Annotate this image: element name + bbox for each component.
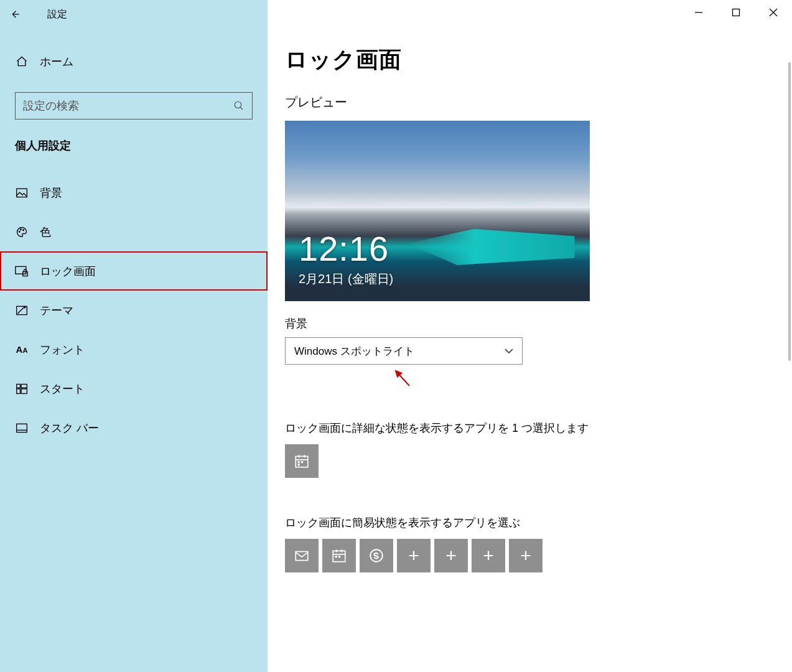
titlebar-left: 設定	[0, 0, 268, 29]
sidebar-item-label: ロック画面	[40, 264, 96, 279]
sidebar-item-label: フォント	[40, 342, 85, 357]
sidebar-item-background[interactable]: 背景	[0, 173, 268, 212]
content-area: ロック画面 プレビュー 12:16 2月21日 (金曜日) 背景 Windows…	[268, 29, 792, 672]
quick-app-tile-add[interactable]: +	[472, 539, 505, 572]
sidebar-item-start[interactable]: スタート	[0, 369, 268, 408]
sidebar-home[interactable]: ホーム	[0, 46, 268, 77]
plus-icon: +	[520, 545, 531, 566]
svg-rect-26	[298, 461, 300, 463]
home-icon	[15, 55, 29, 68]
background-dropdown-value: Windows スポットライト	[294, 344, 414, 358]
back-button[interactable]	[0, 0, 30, 29]
plus-icon: +	[408, 545, 419, 566]
image-icon	[15, 187, 29, 199]
svg-point-9	[21, 229, 22, 230]
annotation-arrow	[285, 371, 523, 390]
svg-rect-15	[17, 384, 21, 388]
preview-heading: プレビュー	[285, 94, 775, 111]
quick-status-apps: + + + +	[285, 539, 775, 572]
search-icon	[233, 100, 245, 111]
svg-point-8	[19, 231, 20, 232]
page-title: ロック画面	[285, 45, 775, 75]
font-icon: AA	[15, 344, 29, 355]
close-icon	[769, 8, 778, 17]
svg-rect-19	[17, 424, 27, 432]
lockscreen-icon	[15, 265, 29, 278]
quick-app-tile-mail[interactable]	[285, 539, 319, 572]
svg-rect-2	[733, 9, 740, 16]
plus-icon: +	[445, 545, 457, 566]
calendar-icon	[331, 548, 347, 564]
detailed-status-apps	[285, 444, 775, 478]
svg-rect-34	[335, 556, 337, 558]
arrow-left-icon	[9, 9, 21, 20]
preview-time: 12:16	[299, 228, 389, 269]
sidebar-item-label: 色	[40, 225, 51, 240]
sidebar-item-fonts[interactable]: AA フォント	[0, 330, 268, 369]
detailed-status-label: ロック画面に詳細な状態を表示するアプリを 1 つ選択します	[285, 421, 775, 436]
window-title: 設定	[47, 8, 67, 21]
mail-icon	[294, 548, 310, 564]
detailed-app-tile[interactable]	[285, 444, 319, 478]
plus-icon: +	[483, 545, 494, 566]
skype-icon	[368, 548, 384, 564]
quick-app-tile-add[interactable]: +	[397, 539, 431, 572]
search-field[interactable]	[23, 100, 233, 113]
scrollbar[interactable]	[788, 62, 791, 361]
svg-point-10	[23, 229, 24, 230]
quick-app-tile-add[interactable]: +	[509, 539, 543, 572]
taskbar-icon	[15, 422, 29, 434]
maximize-button[interactable]	[717, 0, 755, 25]
svg-point-5	[235, 101, 241, 108]
background-dropdown[interactable]: Windows スポットライト	[285, 337, 523, 365]
background-label: 背景	[285, 316, 775, 331]
sidebar-item-label: タスク バー	[40, 421, 99, 436]
sidebar-item-label: スタート	[40, 381, 85, 396]
mountain-ridge-decoration	[285, 202, 590, 204]
sidebar-item-label: 背景	[40, 185, 62, 200]
quick-status-label: ロック画面に簡易状態を表示するアプリを選ぶ	[285, 515, 775, 530]
minimize-button[interactable]	[680, 0, 717, 25]
titlebar: 設定	[0, 0, 792, 29]
svg-rect-18	[21, 389, 27, 394]
svg-rect-16	[21, 384, 27, 388]
lockscreen-preview[interactable]: 12:16 2月21日 (金曜日)	[285, 121, 590, 301]
minimize-icon	[694, 8, 703, 17]
start-icon	[15, 383, 29, 395]
svg-rect-29	[296, 552, 308, 561]
palette-icon	[15, 226, 29, 238]
chevron-down-icon	[505, 346, 513, 356]
home-label: ホーム	[40, 54, 73, 69]
quick-app-tile-skype[interactable]	[360, 539, 393, 572]
titlebar-right	[268, 0, 792, 29]
svg-rect-28	[298, 464, 300, 465]
sidebar-section-title: 個人用設定	[0, 138, 268, 153]
sidebar-item-themes[interactable]: テーマ	[0, 291, 268, 330]
quick-app-tile-calendar[interactable]	[322, 539, 356, 572]
svg-rect-17	[17, 389, 21, 394]
close-button[interactable]	[755, 0, 792, 25]
quick-app-tile-add[interactable]: +	[434, 539, 468, 572]
theme-icon	[15, 304, 29, 317]
sidebar-item-label: テーマ	[40, 303, 73, 318]
svg-line-6	[240, 107, 243, 110]
sidebar-item-lockscreen[interactable]: ロック画面	[0, 251, 268, 291]
svg-rect-35	[338, 556, 340, 558]
calendar-icon	[294, 453, 310, 469]
svg-point-14	[24, 307, 26, 308]
maximize-icon	[732, 8, 740, 17]
sidebar-item-colors[interactable]: 色	[0, 212, 268, 251]
svg-line-21	[396, 371, 409, 386]
search-input[interactable]	[15, 92, 253, 119]
river-decoration	[407, 229, 575, 265]
svg-rect-27	[301, 461, 303, 463]
preview-date: 2月21日 (金曜日)	[299, 271, 393, 287]
sidebar-item-taskbar[interactable]: タスク バー	[0, 408, 268, 447]
svg-rect-7	[17, 189, 27, 197]
sidebar: ホーム 個人用設定 背景 色 ロック画面 テーマ AA フォント	[0, 29, 268, 672]
